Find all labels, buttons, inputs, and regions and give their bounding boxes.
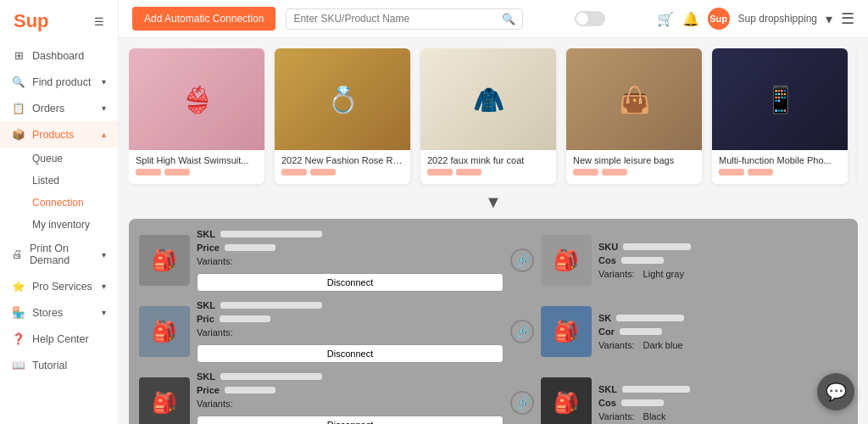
right-variants-value-3: Black [643,411,666,421]
product-card-5[interactable]: 📱 Multi-function Mobile Pho... [712,48,848,184]
sidebar-item-label: Dashboard [32,50,84,62]
product-image-1: 👙 [129,48,264,150]
disconnect-button-1[interactable]: Disconnect [197,273,504,292]
conn-left-thumb-2: 🎒 [139,306,190,357]
dropship-label[interactable]: Sup dropshipping [738,13,817,25]
sku-label-1: SKL [197,229,215,239]
disconnect-button-3[interactable]: Disconnect [197,416,504,424]
product-info-4: New simple leisure bags [566,150,702,181]
search-input[interactable] [293,13,502,25]
variants-label-2: Variants: [197,327,233,338]
conn-right-2: 🎒 SK Cor Variants: Dark bl [541,306,848,357]
sku-label-3: SKL [197,371,215,382]
conn-right-details-3: SKL Cos Variants: Black [598,384,848,421]
pro-services-icon: ⭐ [12,280,25,293]
price-dot [602,169,627,176]
price-dot [427,169,453,176]
sidebar-item-label: Stores [32,307,63,319]
conn-right-thumb-3: 🎒 [541,377,592,424]
user-avatar[interactable]: Sup [708,8,730,30]
chevron-down-icon[interactable]: ▾ [826,11,832,27]
disconnect-button-2[interactable]: Disconnect [197,344,504,363]
sidebar-item-tutorial[interactable]: 📖 Tutorial [0,352,118,378]
conn-left-thumb-3: 🎒 [139,377,190,424]
right-cost-bar-3 [621,399,664,406]
logo-text: Sup [14,10,49,32]
sku-value-bar-2 [220,302,322,309]
bell-icon[interactable]: 🔔 [682,11,699,27]
sidebar-sub-queue[interactable]: Queue [0,148,118,170]
right-variants-label-1: Variants: [598,269,635,279]
price-dot [310,169,336,176]
sidebar-sub-my-inventory[interactable]: My inventory [0,214,118,236]
product-image-2: 💍 [275,48,410,150]
right-sku-label-1: SKU [598,242,618,252]
conn-price-field-3: Price [197,385,504,395]
content-area: 👙 Split High Waist Swimsuit... 💍 2022 Ne… [119,38,868,424]
product-card-1[interactable]: 👙 Split High Waist Swimsuit... [129,48,264,184]
toggle-switch[interactable] [575,11,605,26]
dashboard-icon: ⊞ [12,49,25,62]
conn-left-details-3: SKL Price Variants: Disconnect [197,371,504,424]
right-cost-bar-1 [621,257,664,264]
topbar-menu-icon[interactable]: ☰ [841,9,854,28]
conn-left-thumb-1: 🎒 [139,235,190,286]
price-value-bar-2 [220,315,270,322]
price-label-1: Price [197,243,220,253]
product-info-5: Multi-function Mobile Pho... [712,150,848,181]
sidebar-sub-listed[interactable]: Listed [0,170,118,192]
price-dot [456,169,481,176]
product-card-4[interactable]: 👜 New simple leisure bags [566,48,702,184]
sidebar-hamburger-icon[interactable]: ☰ [94,15,104,28]
product-info-2: 2022 New Fashion Rose Rin... [275,150,410,181]
variants-label-1: Variants: [197,256,233,266]
topbar: Add Automatic Connection 🔍 🛒 🔔 Sup Sup d… [119,0,868,38]
right-cost-label-3: Cos [598,398,616,408]
sidebar-sub-connection[interactable]: Connection [0,192,118,214]
chat-bubble[interactable]: 💬 [817,373,854,410]
conn-right-sku-1: SKU [598,242,848,252]
cart-icon[interactable]: 🛒 [657,11,674,27]
orders-icon: 📋 [12,102,25,114]
product-card-3[interactable]: 🧥 2022 faux mink fur coat [420,48,556,184]
sidebar-item-print-on-demand[interactable]: 🖨 Print On Demand ▾ [0,236,118,273]
sidebar-item-products[interactable]: 📦 Products ▴ [0,121,118,148]
right-sku-label-3: SKL [598,384,617,394]
conn-right-3: 🎒 SKL Cos Variants: Black [541,377,848,424]
sidebar-item-stores[interactable]: 🏪 Stores ▾ [0,299,118,326]
right-sku-bar-1 [623,243,691,250]
product-price-bar-3 [427,169,549,176]
sidebar-item-dashboard[interactable]: ⊞ Dashboard [0,42,118,69]
find-product-icon: 🔍 [12,75,25,88]
chevron-down-icon: ▾ [102,308,106,317]
sidebar-item-find-product[interactable]: 🔍 Find product ▾ [0,69,118,95]
sidebar-item-orders[interactable]: 📋 Orders ▾ [0,95,118,121]
connection-row-2: 🎒 SKL Pric Variants: Disconnect [139,300,848,363]
sidebar-item-help-center[interactable]: ❓ Help Center [0,326,118,352]
sku-value-bar-3 [220,373,322,380]
link-icon-1: 🔗 [510,248,534,272]
price-dot [748,169,773,176]
price-label-2: Pric [197,314,214,324]
add-connection-button[interactable]: Add Automatic Connection [132,7,275,31]
conn-left-details-2: SKL Pric Variants: Disconnect [197,300,504,363]
right-cost-label-1: Cos [598,255,616,265]
product-grid: 👙 Split High Waist Swimsuit... 💍 2022 Ne… [129,48,858,191]
chevron-up-icon: ▴ [102,130,106,139]
conn-right-cost-1: Cos [598,255,848,265]
sidebar-item-pro-services[interactable]: ⭐ Pro Services ▾ [0,273,118,299]
product-image-4: 👜 [566,48,702,150]
conn-right-sku-2: SK [598,313,848,323]
connection-row-3: 🎒 SKL Price Variants: Disconnect [139,371,848,424]
tutorial-icon: 📖 [12,359,25,371]
conn-right-cost-2: Cor [598,326,848,337]
product-card-2[interactable]: 💍 2022 New Fashion Rose Rin... [275,48,410,184]
search-icon[interactable]: 🔍 [502,13,515,25]
product-image-3: 🧥 [420,48,556,150]
chevron-down-icon: ▾ [102,250,106,259]
product-name-5: Multi-function Mobile Pho... [719,155,841,165]
connection-panel: 🎒 SKL Price Variants: Disconnect [129,219,858,424]
right-sku-label-2: SK [598,313,611,323]
product-price-bar-4 [573,169,695,176]
product-name-4: New simple leisure bags [573,155,695,165]
